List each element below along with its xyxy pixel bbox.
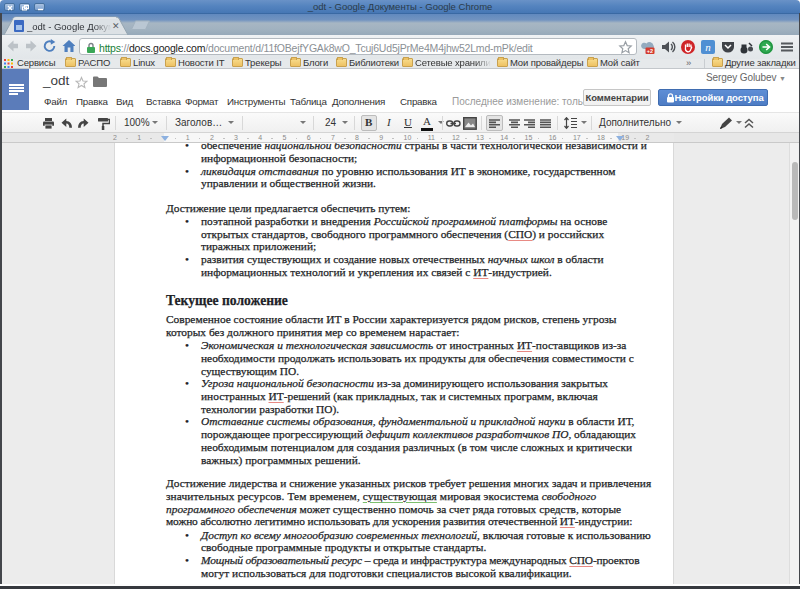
- svg-text:+2: +2: [647, 48, 653, 54]
- svg-text:n: n: [705, 41, 711, 53]
